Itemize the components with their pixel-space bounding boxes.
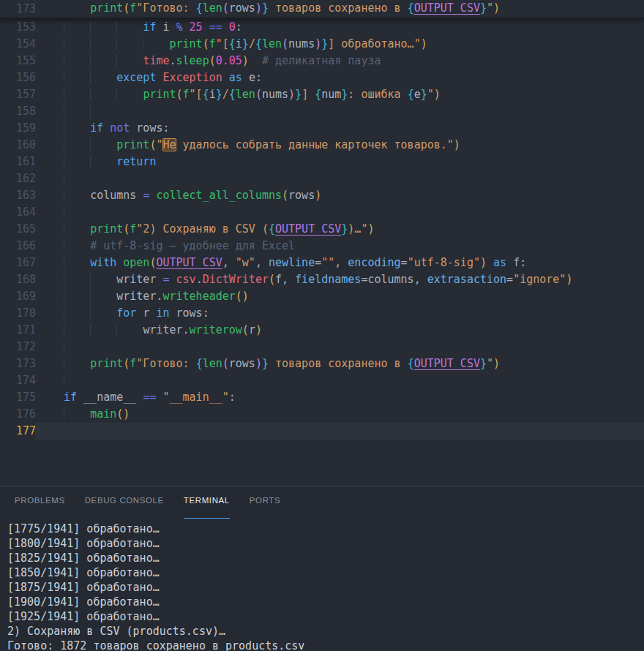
code-token: OUTPUT_CSV	[414, 357, 480, 370]
sticky-code-line[interactable]: 173 print(f"Готово: {len(rows)} товаров …	[0, 0, 500, 17]
code-token: nums	[288, 37, 315, 50]
code-token	[116, 88, 143, 101]
line-number[interactable]: 160	[0, 137, 64, 154]
code-token: /	[222, 88, 229, 101]
line-number[interactable]: 167	[0, 255, 64, 271]
code-area[interactable]: 153 if i % 25 == 0:154 print(f"[{i}/{len…	[0, 19, 644, 440]
sticky-scroll-line[interactable]: 173 print(f"Готово: {len(rows)} товаров …	[0, 0, 644, 19]
code-line[interactable]: 161 return	[0, 154, 644, 170]
line-number[interactable]: 158	[0, 103, 64, 120]
line-number[interactable]: 173	[0, 355, 64, 372]
code-line[interactable]: 176 main()	[0, 406, 644, 423]
tab-terminal[interactable]: TERMINAL	[184, 496, 230, 519]
line-number[interactable]: 172	[0, 339, 64, 355]
code-token: =	[506, 273, 513, 286]
line-number[interactable]: 176	[0, 406, 64, 423]
line-number[interactable]: 165	[0, 221, 64, 238]
line-number[interactable]: 177	[0, 423, 64, 440]
code-token: return	[116, 155, 156, 168]
code-line[interactable]: 166 # utf-8-sig — удобнее для Excel	[0, 238, 644, 255]
code-line[interactable]: 174	[0, 372, 644, 389]
code-token: e	[249, 71, 255, 84]
line-number[interactable]: 162	[0, 170, 64, 187]
code-line[interactable]: 155 time.sleep(0.05) # деликатная пауза	[0, 53, 644, 69]
terminal-output[interactable]: [1775/1941] обработано…[1800/1941] обраб…	[0, 519, 644, 651]
code-line[interactable]: 154 print(f"[{i}/{len(nums)}] обработано…	[0, 36, 644, 53]
code-line[interactable]: 153 if i % 25 == 0:	[0, 19, 644, 36]
code-line-text: writer.writerow(r)	[64, 322, 644, 339]
search-match-highlight: Не	[162, 138, 176, 151]
code-token: }	[242, 37, 249, 50]
code-token: writer	[116, 273, 156, 286]
code-token: (	[282, 189, 288, 202]
code-token	[90, 88, 116, 101]
code-token: OUTPUT_CSV	[275, 222, 341, 236]
code-token	[64, 256, 90, 269]
line-number[interactable]: 168	[0, 271, 64, 288]
bottom-panel: PROBLEMSDEBUG CONSOLETERMINALPORTS [1775…	[0, 486, 644, 651]
code-token: i	[162, 20, 169, 34]
code-line[interactable]: 162	[0, 170, 644, 187]
code-line[interactable]: 168 writer = csv.DictWriter(f, fieldname…	[0, 271, 644, 288]
code-line-text: # utf-8-sig — удобнее для Excel	[64, 238, 644, 255]
code-line[interactable]: 160 print("Не удалось собрать данные кар…	[0, 137, 644, 154]
code-token: =	[315, 256, 321, 269]
code-line[interactable]: 173 print(f"Готово: {len(rows)} товаров …	[0, 355, 644, 372]
code-token: )	[480, 256, 487, 269]
code-line[interactable]: 159 if not rows:	[0, 120, 644, 137]
tab-ports[interactable]: PORTS	[250, 496, 280, 519]
code-token	[249, 54, 262, 67]
code-line[interactable]: 177	[0, 423, 644, 440]
code-line[interactable]: 171 writer.writerow(r)	[0, 322, 644, 339]
code-token: print	[90, 222, 123, 236]
line-number[interactable]: 153	[0, 19, 64, 36]
line-number[interactable]: 170	[0, 305, 64, 322]
code-line[interactable]: 167 with open(OUTPUT_CSV, "w", newline="…	[0, 255, 644, 271]
code-token: print	[90, 357, 123, 370]
code-line[interactable]: 158	[0, 103, 644, 120]
code-line-text: main()	[64, 406, 644, 423]
code-token	[64, 222, 90, 236]
line-number[interactable]: 175	[0, 389, 64, 406]
tab-problems[interactable]: PROBLEMS	[15, 496, 65, 519]
code-token: {	[408, 88, 414, 101]
code-token: )	[255, 323, 262, 336]
line-number[interactable]: 166	[0, 238, 64, 255]
code-line[interactable]: 172	[0, 339, 644, 355]
tab-debug-console[interactable]: DEBUG CONSOLE	[85, 496, 164, 519]
code-editor[interactable]: 173 print(f"Готово: {len(rows)} товаров …	[0, 0, 644, 486]
code-token: )	[493, 1, 500, 15]
code-token: ]	[302, 88, 315, 101]
line-number[interactable]: 174	[0, 372, 64, 389]
line-number[interactable]: 156	[0, 69, 64, 86]
line-number[interactable]: 163	[0, 187, 64, 204]
line-number[interactable]: 159	[0, 120, 64, 137]
line-number[interactable]: 173	[0, 0, 64, 17]
code-line[interactable]: 156 except Exception as e:	[0, 69, 644, 86]
code-token	[90, 323, 116, 336]
code-line-text	[64, 423, 644, 440]
code-token	[170, 306, 176, 320]
code-line[interactable]: 157 print(f"[{i}/{len(nums)}] {num}: оши…	[0, 86, 644, 103]
line-number[interactable]: 164	[0, 204, 64, 221]
line-number[interactable]: 154	[0, 36, 64, 53]
code-line[interactable]: 165 print(f"2) Сохраняю в CSV ({OUTPUT_C…	[0, 221, 644, 238]
code-token	[242, 71, 249, 84]
line-number[interactable]: 171	[0, 322, 64, 339]
code-token: )	[255, 1, 262, 15]
code-token	[222, 71, 229, 84]
code-line[interactable]: 169 writer.writeheader()	[0, 288, 644, 305]
terminal-line: [1800/1941] обработано…	[7, 536, 644, 551]
code-token: extrasaction	[427, 273, 506, 286]
line-number[interactable]: 157	[0, 86, 64, 103]
code-line[interactable]: 175if __name__ == "__main__":	[0, 389, 644, 406]
line-number[interactable]: 169	[0, 288, 64, 305]
line-number[interactable]: 161	[0, 154, 64, 170]
code-line[interactable]: 170 for r in rows:	[0, 305, 644, 322]
code-line[interactable]: 164	[0, 204, 644, 221]
code-token: sleep	[176, 54, 209, 67]
line-number[interactable]: 155	[0, 53, 64, 69]
code-token: print	[143, 88, 176, 101]
code-line[interactable]: 163 columns = collect_all_columns(rows)	[0, 187, 644, 204]
code-token: as	[493, 256, 506, 269]
